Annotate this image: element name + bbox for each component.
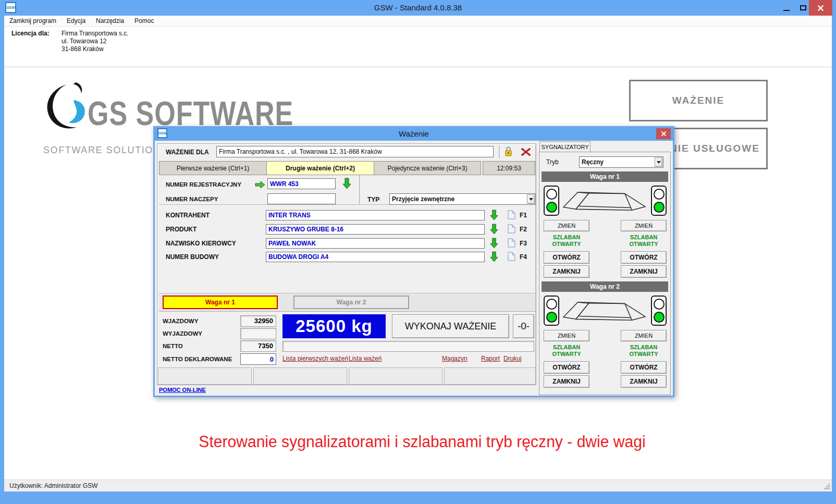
menu-item-zamknij-program[interactable]: Zamknij program — [4, 17, 62, 24]
clock-display: 12:09:53 — [483, 161, 535, 175]
drukuj-link[interactable]: Drukuj — [503, 355, 522, 362]
fkey-f1-label: F1 — [520, 212, 527, 219]
wazenie-dla-label: WAŻENIE DLA — [166, 149, 209, 156]
traffic-light-icon — [651, 186, 667, 216]
license-line-3: 31-868 Kraków — [62, 45, 104, 53]
kontrahent-input[interactable]: INTER TRANS — [266, 210, 485, 220]
tab-pierwsze-wazenie[interactable]: Pierwsze ważenie (Ctrl+1) — [159, 161, 267, 175]
license-line-2: ul. Towarowa 12 — [62, 38, 107, 45]
wazenie-dla-input[interactable]: Firma Transportowa s.c. , ul. Towarowa 1… — [216, 146, 494, 157]
status-box-3 — [349, 367, 442, 385]
numer-rejestracyjny-label: NUMER REJESTRACYJNY — [166, 181, 241, 188]
netto-deklarowane-input[interactable]: 0 — [240, 353, 276, 365]
tryb-dropdown-button[interactable] — [655, 157, 662, 167]
zamknij-left-button-scale1[interactable]: ZAMKNIJ — [544, 265, 589, 278]
pomoc-online-link[interactable]: POMOC ON-LINE — [159, 387, 206, 393]
otworz-right-button-scale2[interactable]: OTWÓRZ — [621, 361, 667, 374]
minimize-icon — [783, 10, 790, 11]
close-button[interactable] — [809, 0, 832, 16]
status-bar: Użytkownik: Administrator GSW — [4, 480, 832, 491]
status-box-2 — [253, 367, 347, 385]
red-lamp-off — [546, 189, 557, 200]
wjazdowy-value: 32950 — [240, 315, 276, 327]
dialog-titlebar: GSW Ważenie — [154, 127, 673, 141]
menu-bar: Zamknij program Edycja Narzędzia Pomoc — [4, 16, 832, 27]
tab-pojedyncze-wazenie[interactable]: Pojedyncze ważenie (Ctrl+3) — [374, 161, 481, 175]
numer-budowy-label: NUMER BUDOWY — [166, 253, 219, 261]
menu-item-edycja[interactable]: Edycja — [62, 17, 91, 24]
resize-grip-icon[interactable] — [823, 483, 830, 490]
green-lamp-on — [654, 202, 665, 213]
tryb-select[interactable]: Ręczny — [579, 156, 663, 168]
document-icon[interactable] — [508, 224, 515, 233]
document-icon[interactable] — [508, 252, 515, 261]
raport-link[interactable]: Raport — [481, 355, 500, 362]
document-icon[interactable] — [508, 238, 515, 248]
numer-naczepy-input[interactable] — [267, 193, 336, 204]
window-title: GSW - Standard 4.0.8.38 — [0, 3, 836, 12]
numer-budowy-input[interactable]: BUDOWA DROGI A4 — [266, 252, 485, 262]
dialog-title: Ważenie — [154, 129, 673, 138]
chevron-down-icon — [529, 198, 533, 201]
tab-sygnalizatory[interactable]: SYGNALIZATORY — [539, 141, 591, 152]
produkt-input[interactable]: KRUSZYWO GRUBE 8-16 — [266, 224, 485, 235]
divider — [499, 145, 500, 158]
zmien-right-button-scale1[interactable]: ZMIEŃ — [621, 220, 667, 231]
zamknij-left-button-scale2[interactable]: ZAMKNIJ — [544, 375, 589, 388]
signals-panel: SYGNALIZATORY Tryb Ręczny Waga nr 1 — [539, 141, 671, 396]
lista-pierwszych-wazen-link[interactable]: Lista pierwszych ważeń — [282, 355, 348, 362]
wjazdowy-label: WJAZDOWY — [163, 318, 198, 324]
magazyn-link[interactable]: Magazyn — [442, 355, 468, 362]
message-field — [282, 341, 534, 352]
barrier-status-right-scale2: SZLABAN OTWARTY — [621, 344, 667, 358]
produkt-label: PRODUKT — [166, 226, 196, 233]
clear-icon[interactable] — [521, 147, 531, 156]
weight-display: 25600 kg — [282, 314, 386, 338]
zmien-right-button-scale2[interactable]: ZMIEŃ — [621, 330, 667, 341]
numer-rejestracyjny-input[interactable]: WWR 453 — [267, 178, 336, 189]
otworz-left-button-scale2[interactable]: OTWÓRZ — [544, 361, 589, 374]
maximize-icon — [800, 5, 806, 10]
netto-value: 7350 — [240, 340, 276, 352]
lista-wazen-link[interactable]: Lista ważeń — [349, 355, 382, 362]
menu-item-narzedzia[interactable]: Narzędzia — [91, 17, 129, 24]
otworz-right-button-scale1[interactable]: OTWÓRZ — [621, 251, 667, 264]
wazenie-button[interactable]: WAŻENIE — [629, 80, 768, 121]
lock-icon[interactable] — [504, 146, 513, 157]
arrow-down-icon[interactable] — [342, 178, 351, 189]
vehicle-section: NUMER REJESTRACYJNY WWR 453 NUMER NACZEP… — [159, 175, 535, 205]
zmien-left-button-scale2[interactable]: ZMIEŃ — [544, 330, 589, 341]
minimize-button[interactable] — [780, 0, 793, 16]
caption-text: Sterowanie sygnalizatorami i szlabanami … — [17, 433, 828, 451]
red-lamp-off — [654, 299, 665, 310]
dialog-close-icon — [661, 131, 667, 137]
netto-label: NETTO — [163, 343, 183, 349]
menu-item-pomoc[interactable]: Pomoc — [129, 17, 159, 24]
tab-drugie-wazenie[interactable]: Drugie ważenie (Ctrl+2) — [266, 161, 374, 175]
zmien-left-button-scale1[interactable]: ZMIEŃ — [544, 220, 589, 231]
arrow-down-icon[interactable] — [490, 224, 498, 235]
numer-naczepy-label: NUMER NACZEPY — [166, 196, 218, 202]
netto-deklarowane-label: NETTO DEKLAROWANE — [163, 356, 232, 362]
zamknij-right-button-scale1[interactable]: ZAMKNIJ — [621, 265, 667, 278]
dialog-close-button[interactable] — [656, 128, 671, 139]
kontrahent-label: KONTRAHENT — [166, 212, 210, 219]
zero-button[interactable]: -0- — [513, 314, 534, 338]
maximize-button[interactable] — [796, 0, 810, 16]
scale-2-button[interactable]: Waga nr 2 — [293, 296, 409, 309]
arrow-down-icon[interactable] — [490, 251, 498, 262]
tryb-label: Tryb — [546, 158, 559, 166]
green-lamp-on — [546, 202, 557, 213]
typ-dropdown-button[interactable] — [527, 194, 535, 204]
traffic-light-icon — [544, 296, 559, 326]
nazwisko-kierowcy-input[interactable]: PAWEŁ NOWAK — [266, 238, 485, 249]
otworz-left-button-scale1[interactable]: OTWÓRZ — [544, 251, 589, 264]
arrow-down-icon[interactable] — [490, 238, 498, 249]
document-icon[interactable] — [508, 210, 515, 219]
typ-select[interactable]: Przyjęcie zewnętrzne — [389, 193, 536, 205]
scale-1-button[interactable]: Waga nr 1 — [163, 296, 278, 309]
wykonaj-wazenie-button[interactable]: WYKONAJ WAŻENIE — [392, 314, 509, 338]
arrow-down-icon[interactable] — [490, 210, 498, 220]
scale-1-section-header: Waga nr 1 — [542, 171, 668, 182]
zamknij-right-button-scale2[interactable]: ZAMKNIJ — [621, 375, 667, 388]
